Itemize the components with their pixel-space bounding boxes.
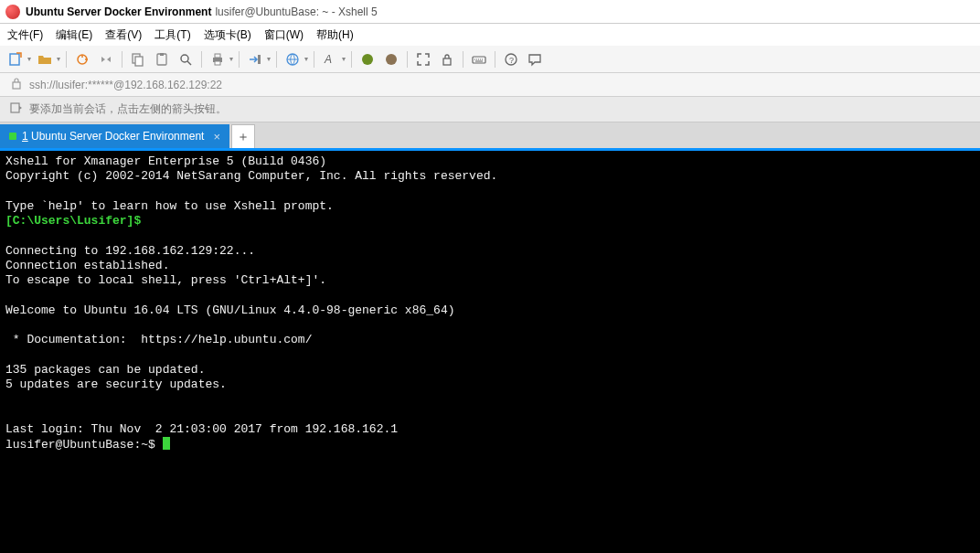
- dropdown-icon[interactable]: ▾: [229, 55, 233, 63]
- svg-rect-10: [258, 55, 261, 64]
- term-line: Welcome to Ubuntu 16.04 LTS (GNU/Linux 4…: [5, 303, 454, 317]
- menu-tab[interactable]: 选项卡(B): [204, 27, 251, 43]
- separator: [66, 51, 67, 68]
- add-session-icon[interactable]: [9, 101, 24, 118]
- separator: [314, 51, 314, 68]
- svg-rect-20: [11, 103, 19, 112]
- session-tab[interactable]: 1 Ubuntu Server Docker Environment ×: [0, 124, 229, 148]
- tab-strip: 1 Ubuntu Server Docker Environment × ＋: [0, 122, 980, 148]
- lock-icon: [9, 76, 24, 93]
- svg-rect-0: [10, 54, 19, 65]
- term-line: Connection established.: [5, 259, 169, 272]
- menu-edit[interactable]: 编辑(E): [56, 27, 92, 43]
- dropdown-icon[interactable]: ▾: [27, 55, 31, 63]
- menu-window[interactable]: 窗口(W): [264, 27, 304, 43]
- term-line: Connecting to 192.168.162.129:22...: [5, 244, 255, 258]
- menu-file[interactable]: 文件(F): [7, 27, 43, 43]
- new-session-button[interactable]: [5, 49, 26, 69]
- menu-help[interactable]: 帮助(H): [316, 27, 354, 43]
- terminal[interactable]: Xshell for Xmanager Enterprise 5 (Build …: [0, 151, 980, 553]
- dropdown-icon[interactable]: ▾: [57, 55, 60, 63]
- toolbar: ▾ ▾ ▾ ▾ ▾ A▾ ?: [0, 46, 980, 73]
- separator: [276, 51, 277, 68]
- window-title-session: Ubuntu Server Docker Environment: [26, 5, 211, 18]
- svg-point-6: [181, 55, 188, 62]
- separator: [351, 51, 352, 68]
- term-line: Type `help' to learn how to use Xshell p…: [5, 199, 334, 213]
- term-line: Copyright (c) 2002-2014 NetSarang Comput…: [5, 169, 497, 183]
- term-line: 5 updates are security updates.: [5, 378, 227, 391]
- term-line: 135 packages can be updated.: [5, 363, 205, 377]
- hint-bar: 要添加当前会话，点击左侧的箭头按钮。: [0, 97, 980, 122]
- chat-button[interactable]: [525, 49, 545, 69]
- color2-button[interactable]: [381, 49, 401, 69]
- svg-point-13: [362, 54, 373, 65]
- window-title-host: lusifer@UbuntuBase: ~ - Xshell 5: [215, 5, 377, 18]
- address-text[interactable]: ssh://lusifer:******@192.168.162.129:22: [29, 79, 222, 91]
- menu-view[interactable]: 查看(V): [105, 27, 142, 43]
- svg-rect-15: [443, 58, 451, 65]
- term-line: * Documentation: https://help.ubuntu.com…: [5, 333, 312, 346]
- tab-label: 1 Ubuntu Server Docker Environment: [22, 130, 204, 143]
- term-line: Xshell for Xmanager Enterprise 5 (Build …: [5, 154, 326, 168]
- globe-button[interactable]: [282, 49, 303, 69]
- status-dot-icon: [9, 133, 16, 140]
- svg-text:?: ?: [509, 56, 514, 65]
- svg-rect-9: [215, 61, 220, 65]
- help-button[interactable]: ?: [501, 49, 521, 69]
- menu-bar: 文件(F) 编辑(E) 查看(V) 工具(T) 选项卡(B) 窗口(W) 帮助(…: [0, 24, 980, 46]
- term-prompt-local: [C:\Users\Lusifer]$: [5, 214, 141, 228]
- separator: [201, 51, 202, 68]
- svg-point-14: [386, 54, 397, 65]
- fullscreen-button[interactable]: [413, 49, 433, 69]
- menu-tool[interactable]: 工具(T): [154, 27, 190, 43]
- app-icon: [5, 5, 20, 19]
- svg-text:A: A: [324, 53, 332, 66]
- dropdown-icon[interactable]: ▾: [342, 55, 346, 63]
- search-button[interactable]: [176, 49, 196, 69]
- disconnect-button[interactable]: [96, 49, 116, 69]
- term-line: Last login: Thu Nov 2 21:03:00 2017 from…: [5, 422, 398, 436]
- title-bar: Ubuntu Server Docker Environment lusifer…: [0, 0, 980, 24]
- copy-button[interactable]: [128, 49, 148, 69]
- svg-rect-19: [13, 82, 20, 89]
- paste-button[interactable]: [152, 49, 172, 69]
- svg-rect-3: [135, 57, 143, 66]
- reconnect-button[interactable]: [72, 49, 92, 69]
- close-tab-icon[interactable]: ×: [213, 130, 220, 144]
- transfer-button[interactable]: [245, 49, 265, 69]
- svg-rect-8: [215, 54, 220, 58]
- term-line: To escape to local shell, press 'Ctrl+Al…: [5, 273, 326, 287]
- color1-button[interactable]: [357, 49, 378, 69]
- keyboard-button[interactable]: [469, 49, 489, 69]
- new-tab-button[interactable]: ＋: [231, 124, 255, 148]
- print-button[interactable]: [208, 49, 228, 69]
- dropdown-icon[interactable]: ▾: [267, 55, 271, 63]
- svg-rect-5: [160, 53, 164, 56]
- open-button[interactable]: [35, 49, 55, 69]
- separator: [407, 51, 408, 68]
- separator: [463, 51, 463, 68]
- dropdown-icon[interactable]: ▾: [304, 55, 308, 63]
- term-prompt-remote: lusifer@UbuntuBase:~$: [5, 438, 163, 452]
- cursor-icon: [163, 437, 170, 450]
- separator: [495, 51, 495, 68]
- separator: [239, 51, 240, 68]
- lock-button[interactable]: [437, 49, 457, 69]
- address-bar: ssh://lusifer:******@192.168.162.129:22: [0, 73, 980, 97]
- separator: [122, 51, 122, 68]
- hint-text: 要添加当前会话，点击左侧的箭头按钮。: [29, 101, 227, 117]
- font-button[interactable]: A: [320, 49, 340, 69]
